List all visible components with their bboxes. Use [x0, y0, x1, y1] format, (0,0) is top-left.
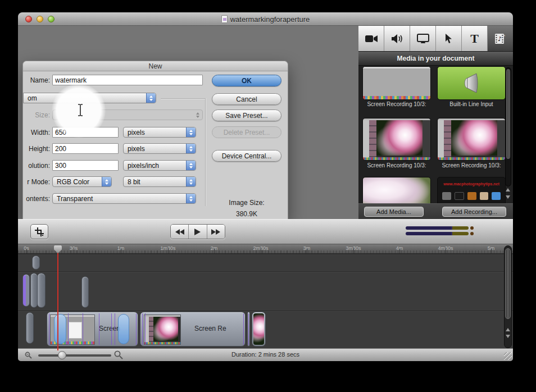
cursor-icon [445, 34, 453, 44]
app-window: watermarkingforaperture New Name: OK om … [18, 12, 513, 361]
clip-marker-line [145, 313, 146, 345]
image-size-label: Image Size: [212, 199, 281, 207]
window-title-group: watermarkingforaperture [18, 12, 513, 26]
resolution-input[interactable] [52, 160, 119, 171]
color-mode-dropdown[interactable]: RGB Color [52, 176, 112, 187]
timeline-clip-small[interactable] [26, 312, 34, 344]
white-page [69, 322, 82, 339]
icon-swatch [467, 192, 476, 200]
save-preset-button[interactable]: Save Preset... [212, 110, 281, 121]
speaker-icon [391, 34, 403, 43]
media-item-screen-recording-1[interactable] [362, 66, 431, 100]
height-unit-dropdown[interactable]: pixels [123, 143, 196, 154]
timeline-ruler[interactable]: 0s 30s 1m 1m30s 2m 2m30s 3m 3m30s 4m 4m3… [18, 244, 513, 254]
thumbnail-column [149, 317, 153, 343]
track-separator [18, 271, 513, 272]
document-icon [221, 15, 228, 23]
fast-forward-button[interactable] [207, 225, 225, 239]
resolution-unit-value: pixels/inch [128, 162, 159, 170]
media-item-line-input[interactable] [437, 66, 506, 100]
clip-marker-line [142, 313, 143, 345]
scroll-down-arrow[interactable] [506, 195, 510, 199]
bit-depth-stepper [186, 177, 196, 186]
display-icon [416, 34, 430, 44]
resolution-unit-dropdown[interactable]: pixels/inch [123, 160, 196, 171]
ok-button[interactable]: OK [212, 75, 281, 86]
tab-audio[interactable] [384, 26, 410, 51]
tab-display[interactable] [410, 26, 436, 51]
lily-photo [376, 120, 423, 156]
dock-strip [363, 96, 430, 99]
ruler-major-tick [307, 249, 307, 253]
clip-marker-line [243, 313, 244, 345]
title-bar[interactable]: watermarkingforaperture [18, 12, 513, 26]
preset-value: om [28, 94, 37, 102]
clip-action-marker[interactable] [118, 314, 129, 344]
preset-dropdown[interactable]: om [23, 93, 156, 103]
window-resize-grip[interactable] [504, 352, 512, 360]
track-separator [18, 254, 513, 254]
media-item-lily-photo[interactable] [362, 177, 431, 203]
inspector-strip [423, 120, 430, 158]
preset-stepper [146, 93, 156, 103]
timeline-clip-screen-recording-1[interactable]: Screen [47, 312, 138, 347]
clip-marker-line [115, 313, 115, 345]
clip-label: Screen Re [194, 325, 226, 332]
image-size-value: 380.9K [212, 210, 281, 218]
delete-preset-button: Delete Preset... [212, 126, 281, 138]
media-scrollbar-thumb[interactable] [506, 69, 510, 159]
timeline-clip-lily[interactable] [252, 312, 266, 347]
timeline-clip-small[interactable] [81, 276, 89, 308]
timeline-scrollbar-thumb[interactable] [505, 248, 511, 319]
panel-tab-bar: T ♪ ♪ [358, 26, 513, 52]
fast-forward-icon [211, 229, 220, 235]
timeline-clip-purple[interactable] [22, 274, 30, 307]
width-unit-dropdown[interactable]: pixels [123, 127, 196, 138]
add-recording-button[interactable]: Add Recording... [442, 207, 506, 217]
contents-dropdown[interactable]: Transparent [52, 193, 196, 204]
svg-text:♪: ♪ [498, 35, 502, 43]
timeline-clip-sliver[interactable] [247, 312, 250, 347]
crop-button[interactable] [30, 224, 48, 239]
clip-marker-line [136, 313, 137, 345]
dialog-title: New [23, 61, 288, 71]
group-border-top [161, 98, 205, 99]
scroll-up-arrow[interactable] [506, 328, 510, 331]
scroll-up-arrow[interactable] [506, 188, 510, 192]
media-item-screen-recording-3[interactable] [437, 118, 506, 161]
timeline-clip-small[interactable] [37, 273, 46, 308]
cancel-button[interactable]: Cancel [212, 93, 281, 105]
tab-text[interactable]: T [462, 26, 488, 51]
scroll-down-arrow[interactable] [506, 335, 510, 338]
ruler-major-tick [26, 249, 27, 253]
timeline-scrollbar-track[interactable] [504, 245, 512, 348]
add-media-button[interactable]: Add Media... [364, 207, 424, 217]
width-input[interactable] [52, 127, 119, 138]
meter-peak-dot [470, 232, 474, 235]
clip-marker-line [99, 313, 99, 345]
timeline-clip-screen-recording-2[interactable]: Screen Re [140, 312, 246, 347]
clip-marker-line [49, 313, 49, 345]
clip-action-marker[interactable] [54, 314, 66, 344]
tab-cursor[interactable] [436, 26, 462, 51]
text-icon: T [470, 33, 479, 45]
ruler-major-tick [261, 249, 261, 253]
clip-marker-line [83, 313, 83, 345]
name-input[interactable] [52, 75, 203, 85]
rewind-button[interactable] [171, 225, 189, 239]
device-central-button[interactable]: Device Central... [212, 150, 281, 162]
timeline-clip-small[interactable] [32, 256, 40, 270]
media-scrollbar-track[interactable] [505, 67, 511, 186]
tab-media[interactable]: ♪ ♪ [488, 26, 513, 51]
dock-strip [438, 157, 505, 160]
media-item-website-clip[interactable]: www.macphotographytips.net [437, 177, 506, 203]
audio-meter [406, 232, 469, 235]
play-button[interactable] [189, 225, 207, 239]
height-input[interactable] [52, 143, 119, 154]
bit-depth-dropdown[interactable]: 8 bit [123, 176, 196, 187]
clip-thumbnail [144, 314, 181, 345]
media-item-screen-recording-2[interactable] [362, 118, 431, 161]
thumbnail-column [444, 120, 451, 158]
tab-video-camera[interactable] [358, 26, 384, 51]
meter-peak-dot [470, 226, 474, 230]
